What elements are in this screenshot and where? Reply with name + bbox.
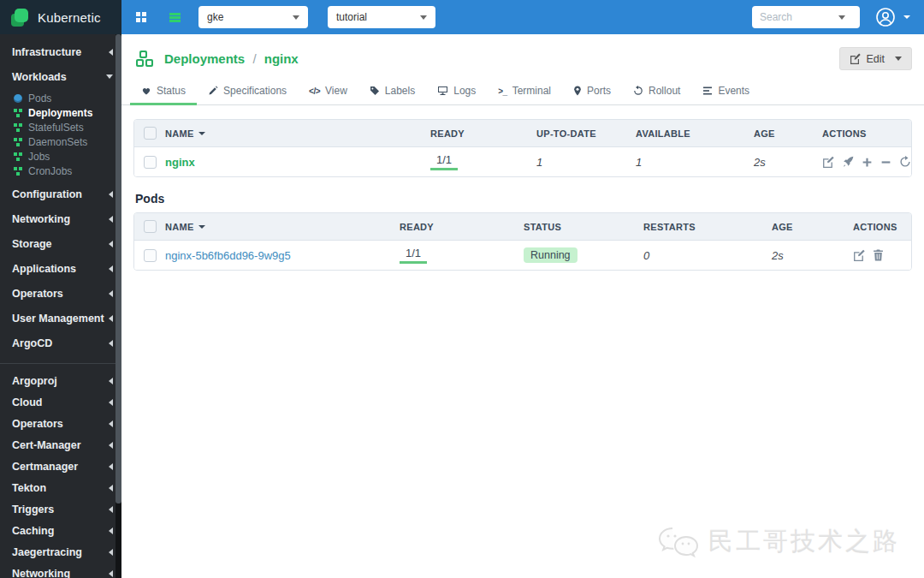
sidebar-item-tekton[interactable]: Tekton <box>0 477 121 498</box>
sidebar-item-pods[interactable]: Pods <box>0 91 121 105</box>
chevron-left-icon <box>109 506 113 513</box>
tab-status[interactable]: Status <box>130 79 197 105</box>
sidebar-item-daemonsets[interactable]: DaemonSets <box>0 134 121 149</box>
scale-up-icon[interactable] <box>862 157 873 168</box>
tab-view[interactable]: </> View <box>298 79 358 105</box>
user-menu[interactable] <box>875 7 910 27</box>
column-header-ready: READY <box>430 128 536 139</box>
breadcrumb-current: nginx <box>264 51 299 66</box>
sidebar-item-networking[interactable]: Networking <box>0 206 121 231</box>
deployments-table: NAME READY UP-TO-DATE AVAILABLE AGE ACTI… <box>133 119 912 177</box>
sidebar-item-operators-2[interactable]: Operators <box>0 413 121 434</box>
chevron-left-icon <box>109 315 113 322</box>
select-all-checkbox[interactable] <box>144 127 157 140</box>
cluster-select[interactable]: gke <box>198 6 308 28</box>
breadcrumb: Deployments / nginx <box>164 51 299 66</box>
sidebar-item-caching[interactable]: Caching <box>0 520 121 541</box>
tab-terminal[interactable]: >_ Terminal <box>487 79 562 105</box>
chevron-left-icon <box>109 216 113 223</box>
deployments-cubes-icon <box>135 50 156 69</box>
namespace-select[interactable]: tutorial <box>328 6 435 28</box>
pods-section-title: Pods <box>135 192 924 206</box>
sidebar-item-cert-manager[interactable]: Cert-Manager <box>0 434 121 456</box>
cubes-icon <box>14 123 22 132</box>
search-input[interactable] <box>760 11 832 23</box>
chevron-left-icon <box>109 527 113 534</box>
edit-button[interactable]: Edit <box>839 47 912 70</box>
pin-icon <box>573 86 582 96</box>
column-header-available: AVAILABLE <box>636 128 754 139</box>
heart-icon <box>141 86 151 96</box>
sidebar-item-argoproj[interactable]: Argoproj <box>0 370 121 391</box>
sidebar-scrollbar-track <box>116 34 121 578</box>
tab-logs[interactable]: Logs <box>426 79 487 105</box>
pod-icon <box>14 94 22 103</box>
age-value: 2s <box>754 156 766 169</box>
sidebar-item-applications[interactable]: Applications <box>0 256 121 281</box>
column-header-name[interactable]: NAME <box>165 128 430 139</box>
display-icon <box>437 86 448 96</box>
sidebar-item-cloud[interactable]: Cloud <box>0 391 121 413</box>
table-row: nginx 1/1 1 1 2s <box>134 147 911 176</box>
code-icon: </> <box>309 86 320 96</box>
chevron-left-icon <box>109 340 113 347</box>
sidebar-item-operators[interactable]: Operators <box>0 281 121 306</box>
deployment-name-link[interactable]: nginx <box>165 156 195 169</box>
delete-trash-icon[interactable] <box>873 249 884 261</box>
age-value: 2s <box>772 249 784 262</box>
tab-events[interactable]: Events <box>691 79 761 105</box>
column-header-name[interactable]: NAME <box>165 222 400 232</box>
search-box[interactable] <box>752 6 860 28</box>
sidebar-scrollbar[interactable] <box>116 34 121 504</box>
sidebar-item-deployments[interactable]: Deployments <box>0 105 121 120</box>
brand[interactable]: Kubernetic <box>0 0 121 34</box>
sidebar-item-storage[interactable]: Storage <box>0 231 121 256</box>
edit-icon[interactable] <box>853 249 865 261</box>
chevron-left-icon <box>109 265 113 272</box>
restarts-value: 0 <box>643 249 649 262</box>
column-header-up-to-date: UP-TO-DATE <box>536 128 636 139</box>
edit-button-label: Edit <box>866 53 885 65</box>
column-header-ready: READY <box>400 222 524 232</box>
chevron-left-icon <box>109 549 113 556</box>
edit-icon[interactable] <box>822 156 834 168</box>
sidebar-item-infrastructure[interactable]: Infrastructure <box>0 39 121 64</box>
chevron-left-icon <box>109 49 113 56</box>
sidebar-item-jaegertracing[interactable]: Jaegertracing <box>0 541 121 563</box>
apps-grid-icon[interactable] <box>136 12 146 22</box>
up-to-date-value: 1 <box>536 156 542 169</box>
tab-bar: Status Specifications </> View Labels Lo… <box>121 79 924 105</box>
sidebar-item-cronjobs[interactable]: CronJobs <box>0 164 121 178</box>
sidebar-item-triggers[interactable]: Triggers <box>0 498 121 520</box>
chevron-down-icon <box>293 15 299 20</box>
select-all-checkbox[interactable] <box>144 220 157 233</box>
scale-down-icon[interactable] <box>880 157 891 168</box>
ready-indicator: 1/1 <box>400 247 427 264</box>
sidebar-item-networking-2[interactable]: Networking <box>0 563 121 578</box>
tab-labels[interactable]: Labels <box>358 79 426 105</box>
namespace-select-value: tutorial <box>336 11 413 23</box>
sidebar-item-configuration[interactable]: Configuration <box>0 182 121 206</box>
pod-name-link[interactable]: nginx-5b6fb6dd96-9w9g5 <box>165 249 291 262</box>
sidebar-item-statefulsets[interactable]: StatefulSets <box>0 120 121 134</box>
row-checkbox[interactable] <box>144 156 157 169</box>
chevron-left-icon <box>109 420 113 427</box>
sidebar-item-workloads[interactable]: Workloads <box>0 64 121 89</box>
edit-pencil-icon <box>850 53 861 64</box>
restart-rocket-icon[interactable] <box>842 156 854 168</box>
tab-rollout[interactable]: Rollout <box>622 79 691 105</box>
tab-specifications[interactable]: Specifications <box>197 79 298 105</box>
brand-name: Kubernetic <box>38 10 101 25</box>
tab-ports[interactable]: Ports <box>562 79 622 105</box>
redeploy-icon[interactable] <box>899 156 911 168</box>
breadcrumb-section[interactable]: Deployments <box>164 51 245 66</box>
row-checkbox[interactable] <box>144 249 157 262</box>
watermark-text: 民工哥技术之路 <box>708 525 900 559</box>
sidebar-item-user-management[interactable]: User Management <box>0 306 121 331</box>
sidebar-item-argocd[interactable]: ArgoCD <box>0 331 121 355</box>
sidebar-item-jobs[interactable]: Jobs <box>0 149 121 164</box>
menu-bars-icon[interactable] <box>169 13 181 22</box>
chevron-left-icon <box>109 290 113 297</box>
terminal-icon: >_ <box>498 86 506 96</box>
sidebar-item-certmanager[interactable]: Certmanager <box>0 456 121 477</box>
